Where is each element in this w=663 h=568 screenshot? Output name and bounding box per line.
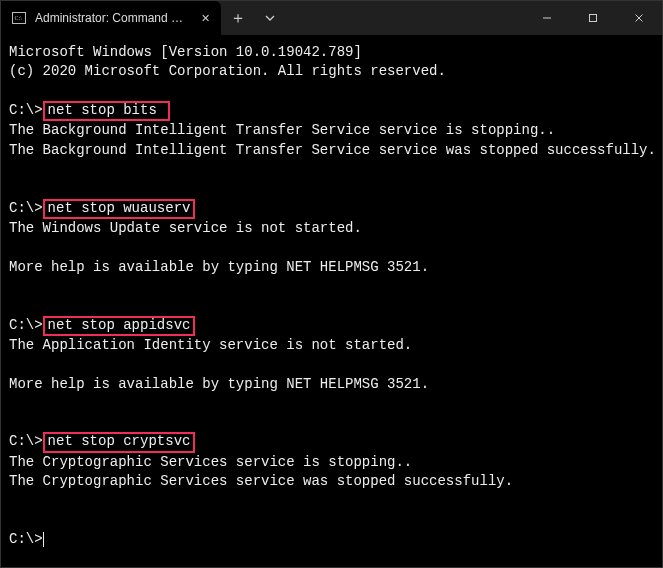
cmd-icon: C:\ [11, 10, 27, 26]
output-2a: The Windows Update service is not starte… [9, 220, 362, 236]
command-highlight-1: net stop bits [43, 101, 171, 121]
prompt: C:\> [9, 531, 43, 547]
copyright-line: (c) 2020 Microsoft Corporation. All righ… [9, 63, 446, 79]
maximize-button[interactable] [570, 1, 616, 35]
output-3a: The Application Identity service is not … [9, 337, 412, 353]
svg-text:C:\: C:\ [15, 15, 23, 21]
cursor [43, 532, 44, 547]
tab-title: Administrator: Command Promp [35, 11, 189, 25]
output-1b: The Background Intelligent Transfer Serv… [9, 142, 656, 158]
tab-active[interactable]: C:\ Administrator: Command Promp ✕ [1, 1, 221, 35]
close-button[interactable] [616, 1, 662, 35]
prompt: C:\> [9, 433, 43, 449]
new-tab-button[interactable]: ＋ [221, 1, 255, 35]
command-highlight-3: net stop appidsvc [43, 316, 196, 336]
titlebar: C:\ Administrator: Command Promp ✕ ＋ [1, 1, 662, 35]
command-highlight-2: net stop wuauserv [43, 199, 196, 219]
output-4b: The Cryptographic Services service was s… [9, 473, 513, 489]
command-4: net stop cryptsvc [48, 433, 191, 449]
minimize-button[interactable] [524, 1, 570, 35]
command-2: net stop wuauserv [48, 200, 191, 216]
terminal-window: C:\ Administrator: Command Promp ✕ ＋ Mic… [0, 0, 663, 568]
prompt: C:\> [9, 102, 43, 118]
tab-dropdown-button[interactable] [255, 1, 285, 35]
prompt: C:\> [9, 317, 43, 333]
prompt: C:\> [9, 200, 43, 216]
output-2b: More help is available by typing NET HEL… [9, 259, 429, 275]
command-3: net stop appidsvc [48, 317, 191, 333]
terminal-output[interactable]: Microsoft Windows [Version 10.0.19042.78… [1, 35, 662, 567]
output-3b: More help is available by typing NET HEL… [9, 376, 429, 392]
os-version-line: Microsoft Windows [Version 10.0.19042.78… [9, 44, 362, 60]
window-controls [524, 1, 662, 35]
output-1a: The Background Intelligent Transfer Serv… [9, 122, 555, 138]
titlebar-drag-area[interactable] [285, 1, 524, 35]
output-4a: The Cryptographic Services service is st… [9, 454, 412, 470]
command-highlight-4: net stop cryptsvc [43, 432, 196, 452]
svg-rect-3 [590, 15, 597, 22]
tab-close-button[interactable]: ✕ [197, 10, 213, 26]
command-1-trail [157, 102, 165, 118]
command-1: net stop bits [48, 102, 157, 118]
